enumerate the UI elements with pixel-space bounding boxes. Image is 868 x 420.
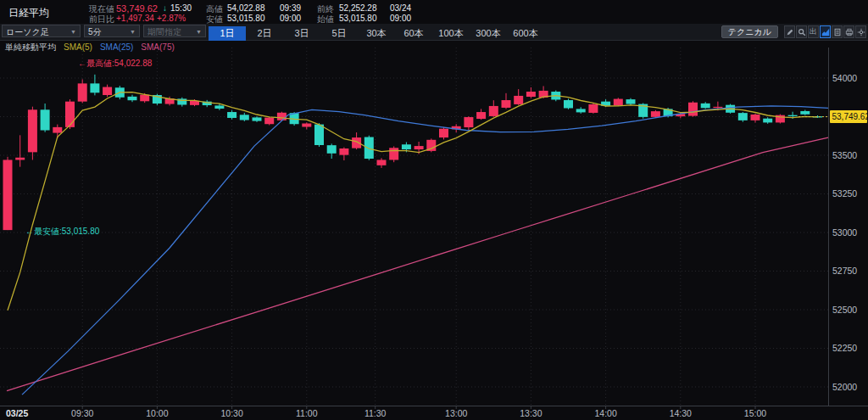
open-time: 09:00	[390, 14, 411, 23]
chevron-down-icon: ▼	[130, 25, 136, 38]
period-button-30本[interactable]: 30本	[358, 26, 395, 41]
interval-value: 5分	[88, 27, 102, 36]
candles-layer[interactable]	[3, 75, 823, 230]
area-chart-icon[interactable]	[820, 25, 831, 38]
legend-items: SMA(5)SMA(25)SMA(75)	[56, 42, 175, 52]
sma25-line	[22, 106, 828, 395]
annotations-layer: ←最高値:54,022.88←最安値:53,015.80	[25, 59, 153, 236]
change-percent: +2.87%	[157, 14, 186, 23]
period-button-2日[interactable]: 2日	[246, 26, 283, 41]
toolbar-right: テクニカル 出	[721, 25, 866, 39]
period-button-1日[interactable]: 1日	[209, 26, 246, 41]
svg-text:53000: 53000	[832, 227, 857, 238]
svg-text:14:30: 14:30	[670, 408, 692, 418]
instrument-name: 日経平均	[8, 6, 49, 20]
high-value: 54,022.88	[227, 3, 265, 13]
current-price-value: 53,749.62	[116, 3, 158, 14]
svg-text:53500: 53500	[832, 150, 857, 160]
period-button-5日[interactable]: 5日	[320, 26, 358, 41]
svg-text:52250: 52250	[832, 343, 857, 353]
svg-text:11:00: 11:00	[296, 408, 318, 418]
period-button-60本[interactable]: 60本	[395, 26, 432, 41]
prev-close-value: 52,252.28	[339, 3, 377, 13]
svg-text:52000: 52000	[832, 382, 857, 392]
svg-text:13:00: 13:00	[445, 408, 467, 418]
low-annotation: ←最安値:53,015.80	[25, 227, 100, 236]
document-icon[interactable]	[832, 25, 843, 38]
range-value: 期間指定	[147, 27, 181, 36]
svg-text:14:00: 14:00	[594, 408, 616, 418]
period-button-100本[interactable]: 100本	[432, 26, 470, 41]
chart-type-select[interactable]: ▼ ローソク足	[2, 25, 81, 37]
down-arrow-icon: ↓	[163, 3, 167, 13]
high-time: 09:39	[280, 3, 301, 13]
export-icon[interactable]: 出	[808, 25, 819, 38]
axes-layer	[0, 48, 868, 409]
svg-text:09:30: 09:30	[71, 408, 93, 418]
pencil-icon[interactable]	[784, 25, 795, 38]
settings-icon[interactable]	[855, 25, 866, 38]
legend-item-SMA(25): SMA(25)	[100, 42, 133, 52]
svg-text:13:30: 13:30	[520, 408, 542, 418]
current-price-time: 15:30	[170, 3, 192, 13]
svg-text:10:30: 10:30	[220, 408, 242, 418]
prev-close-date: 03/24	[390, 3, 411, 13]
magnifier-icon[interactable]	[796, 25, 807, 38]
svg-text:11:30: 11:30	[364, 408, 387, 418]
chevron-down-icon: ▼	[196, 25, 202, 38]
svg-text:52750: 52750	[832, 266, 857, 276]
quote-header: 日経平均 現在値 53,749.62 ↓ 15:30 前日比 +1,497.34…	[0, 0, 868, 23]
svg-text:53,749.62: 53,749.62	[832, 112, 868, 121]
interval-select[interactable]: ▼ 5分	[84, 25, 140, 37]
export-glyph: 出	[810, 28, 817, 36]
range-select[interactable]: ▼ 期間指定	[143, 25, 206, 37]
svg-text:54000: 54000	[832, 73, 857, 83]
change-value: +1,497.34	[116, 14, 154, 23]
chart-type-value: ローソク足	[6, 27, 49, 36]
svg-text:53250: 53250	[832, 188, 857, 199]
low-value: 53,015.80	[227, 14, 265, 23]
x-axis-labels: 03/2509:3010:0010:3011:0011:3013:0013:30…	[6, 408, 766, 418]
svg-text:15:00: 15:00	[744, 408, 766, 418]
chart-app: 5400053500532505300052750525005225052000…	[0, 0, 868, 420]
period-button-300本[interactable]: 300本	[470, 26, 507, 41]
svg-text:52500: 52500	[832, 305, 857, 315]
sma5-line	[8, 92, 818, 311]
period-button-600本[interactable]: 600本	[507, 26, 544, 41]
svg-text:10:00: 10:00	[146, 408, 168, 418]
legend-item-SMA(5): SMA(5)	[64, 42, 92, 52]
period-button-3日[interactable]: 3日	[283, 26, 320, 41]
period-buttons: 1日2日3日5日30本60本100本300本600本	[209, 25, 544, 39]
svg-text:03/25: 03/25	[6, 408, 28, 418]
technical-button[interactable]: テクニカル	[721, 25, 778, 38]
printer-icon[interactable]	[843, 25, 854, 38]
low-time: 09:00	[280, 14, 301, 23]
high-annotation: ←最高値:54,022.88	[78, 59, 153, 68]
open-value: 53,015.80	[339, 14, 377, 23]
chart-toolbar: ▼ ローソク足 ▼ 5分 ▼ 期間指定 1日2日3日5日30本60本100本30…	[0, 24, 868, 41]
legend-item-SMA(75): SMA(75)	[141, 42, 174, 52]
gridlines-layer	[0, 48, 828, 406]
price-chart[interactable]: 5400053500532505300052750525005225052000…	[0, 0, 868, 420]
chevron-down-icon: ▼	[70, 25, 76, 38]
sma75-line	[7, 137, 828, 391]
sma-legend: 単純移動平均SMA(5)SMA(25)SMA(75)	[5, 42, 175, 53]
legend-title: 単純移動平均	[5, 42, 56, 52]
